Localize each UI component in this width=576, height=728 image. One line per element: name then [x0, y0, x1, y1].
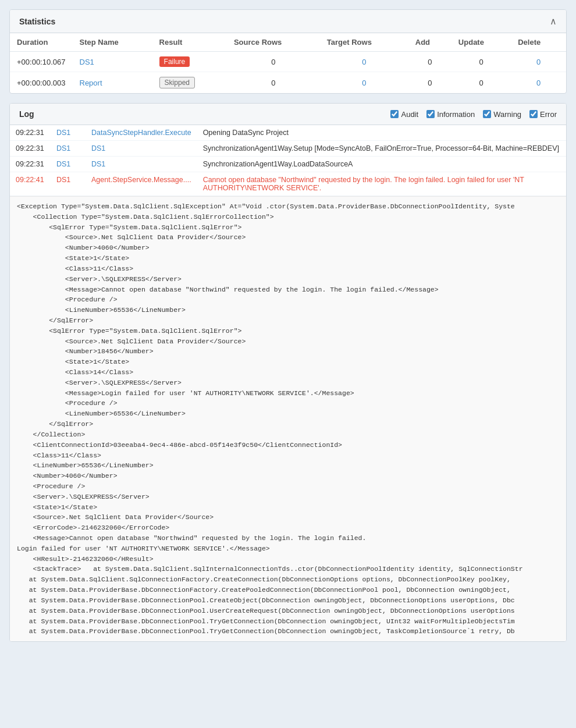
update-cell: 0 [451, 72, 511, 94]
add-cell: 0 [408, 52, 451, 72]
col-add: Add [408, 33, 451, 52]
step-link[interactable]: Report [80, 79, 102, 87]
log-time: 09:22:41 [10, 172, 51, 196]
log-time: 09:22:31 [10, 141, 51, 157]
log-time: 09:22:31 [10, 157, 51, 172]
log-panel: Log Audit Information Warning Error 09:2… [9, 103, 567, 642]
table-row: +00:00:00.003 Report Skipped 0 0 0 0 0 [10, 72, 566, 94]
audit-checkbox[interactable] [390, 110, 399, 118]
stats-header-row: Duration Step Name Result Source Rows Ta… [10, 33, 566, 52]
log-step: DS1 [51, 125, 86, 141]
delete-cell: 0 [511, 52, 566, 72]
col-result: Result [152, 33, 227, 52]
step-name-cell: Report [73, 72, 152, 94]
col-delete: Delete [511, 33, 566, 52]
col-update: Update [451, 33, 511, 52]
log-row: 09:22:31 DS1 DataSyncStepHandler.Execute… [10, 125, 566, 141]
log-message: SynchronizationAgent1Way.Setup [Mode=Syn… [197, 141, 566, 157]
duration-cell: +00:00:10.067 [10, 52, 73, 72]
filter-error[interactable]: Error [529, 110, 557, 119]
log-row: 09:22:41 DS1 Agent.StepService.Message..… [10, 172, 566, 196]
log-row: 09:22:31 DS1 DS1 SynchronizationAgent1Wa… [10, 157, 566, 172]
col-target-rows: Target Rows [320, 33, 408, 52]
result-badge: Skipped [159, 77, 195, 88]
information-checkbox[interactable] [426, 110, 435, 118]
result-cell: Failure [152, 52, 227, 72]
audit-label: Audit [401, 110, 418, 119]
log-handler: DataSyncStepHandler.Execute [86, 125, 197, 141]
log-time: 09:22:31 [10, 125, 51, 141]
target-rows-cell: 0 [320, 52, 408, 72]
log-step: DS1 [51, 141, 86, 157]
log-filters: Audit Information Warning Error [390, 110, 557, 119]
log-header: Log Audit Information Warning Error [10, 104, 566, 125]
log-message: Cannot open database "Northwind" request… [197, 172, 566, 196]
log-step: DS1 [51, 157, 86, 172]
statistics-table: Duration Step Name Result Source Rows Ta… [10, 33, 566, 93]
col-step-name: Step Name [73, 33, 152, 52]
log-handler: DS1 [86, 141, 197, 157]
statistics-panel: Statistics ∧ Duration Step Name Result S… [9, 9, 567, 94]
table-row: +00:00:10.067 DS1 Failure 0 0 0 0 0 [10, 52, 566, 72]
error-label: Error [540, 110, 557, 119]
result-badge: Failure [159, 56, 190, 67]
log-title: Log [19, 109, 34, 119]
col-duration: Duration [10, 33, 73, 52]
exception-block: <Exception Type="System.Data.SqlClient.S… [10, 196, 566, 641]
log-step: DS1 [51, 172, 86, 196]
collapse-icon[interactable]: ∧ [550, 16, 557, 27]
warning-label: Warning [493, 110, 521, 119]
step-name-cell: DS1 [73, 52, 152, 72]
log-message: Opening DataSync Project [197, 125, 566, 141]
result-cell: Skipped [152, 72, 227, 94]
statistics-title: Statistics [19, 17, 55, 26]
information-label: Information [437, 110, 475, 119]
step-link[interactable]: DS1 [80, 58, 94, 66]
filter-information[interactable]: Information [426, 110, 475, 119]
log-message: SynchronizationAgent1Way.LoadDataSourceA [197, 157, 566, 172]
log-handler: DS1 [86, 157, 197, 172]
log-table: 09:22:31 DS1 DataSyncStepHandler.Execute… [10, 125, 566, 196]
col-source-rows: Source Rows [227, 33, 320, 52]
update-cell: 0 [451, 52, 511, 72]
filter-audit[interactable]: Audit [390, 110, 418, 119]
duration-cell: +00:00:00.003 [10, 72, 73, 94]
source-rows-cell: 0 [227, 72, 320, 94]
log-row: 09:22:31 DS1 DS1 SynchronizationAgent1Wa… [10, 141, 566, 157]
target-rows-cell: 0 [320, 72, 408, 94]
error-checkbox[interactable] [529, 110, 538, 118]
delete-cell: 0 [511, 72, 566, 94]
source-rows-cell: 0 [227, 52, 320, 72]
filter-warning[interactable]: Warning [483, 110, 521, 119]
log-handler: Agent.StepService.Message.... [86, 172, 197, 196]
warning-checkbox[interactable] [483, 110, 491, 118]
add-cell: 0 [408, 72, 451, 94]
statistics-header: Statistics ∧ [10, 10, 566, 33]
